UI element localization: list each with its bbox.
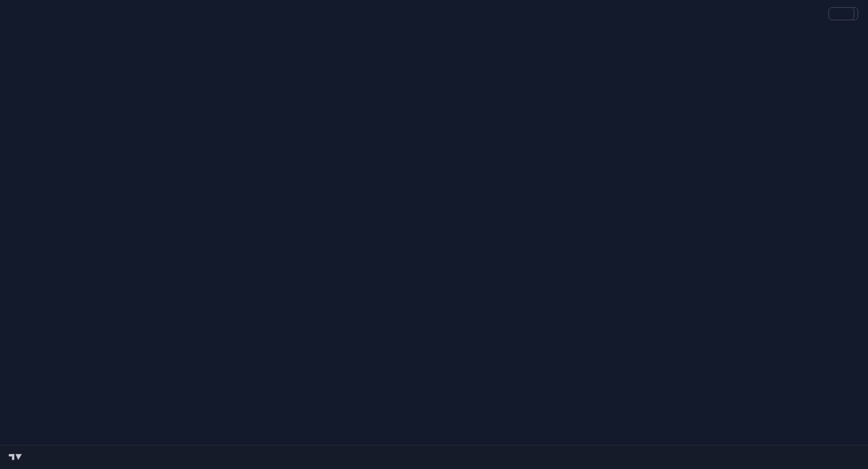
currency-toggle-button[interactable] — [829, 7, 854, 20]
chart-canvas[interactable] — [0, 0, 868, 469]
time-axis[interactable] — [0, 428, 810, 445]
footer-bar — [0, 445, 868, 469]
chart-window — [0, 0, 868, 469]
tradingview-logo-icon[interactable] — [9, 453, 23, 462]
price-axis[interactable] — [810, 4, 868, 428]
